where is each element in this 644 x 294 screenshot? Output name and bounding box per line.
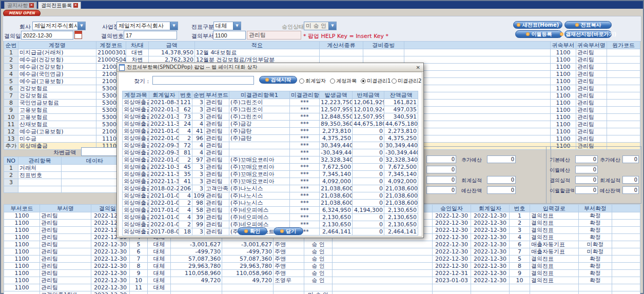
- grid-cell[interactable]: 2021-01-00: [149, 192, 179, 200]
- grid-cell[interactable]: 2022-12-30: [471, 256, 510, 263]
- grid-cell[interactable]: 2022-12-30: [91, 263, 130, 270]
- grid-cell[interactable]: 2022-12-30: [471, 263, 510, 270]
- grid-cell[interactable]: 161,821: [384, 99, 418, 106]
- grid-cell[interactable]: 30,349,440: [384, 142, 418, 149]
- grid-cell[interactable]: 110,058,960: [171, 270, 222, 277]
- grid-cell[interactable]: 관리팀: [205, 178, 229, 185]
- grid-cell[interactable]: 관리팀: [576, 64, 607, 71]
- grid-cell[interactable]: [612, 284, 640, 291]
- tab-notice[interactable]: 공지사항 ✕: [4, 2, 37, 9]
- grid-cell[interactable]: [333, 284, 433, 291]
- grid-cell[interactable]: 관리팀: [205, 192, 229, 200]
- grid-cell[interactable]: 32,328,340: [384, 156, 418, 164]
- grid-cell[interactable]: 결의전표: [530, 220, 579, 227]
- grid-cell[interactable]: 예수금(고용보험): [18, 78, 96, 85]
- grid-cell[interactable]: 2022-12-31: [433, 270, 471, 277]
- grid-cell[interactable]: 대체: [148, 248, 171, 256]
- radio-icon[interactable]: [330, 79, 335, 84]
- grid-cell[interactable]: 외상매출금: [123, 121, 149, 128]
- grid-cell[interactable]: 4: [510, 234, 530, 241]
- grid-cell[interactable]: 2022-12-30: [433, 227, 471, 234]
- grid-cell[interactable]: 관리팀: [576, 85, 607, 92]
- grid-cell[interactable]: [18, 179, 62, 186]
- grid-cell[interactable]: [304, 284, 333, 291]
- grid-cell[interactable]: -3,001,627: [222, 241, 274, 248]
- grid-cell[interactable]: [607, 64, 640, 71]
- grid-cell[interactable]: 미확정: [579, 248, 612, 256]
- grid-cell[interactable]: 2022-10-31: [149, 164, 179, 171]
- grid-cell[interactable]: 5: [4, 78, 18, 85]
- grid-cell[interactable]: 외상매출금: [123, 99, 149, 106]
- grid-cell[interactable]: 4: [192, 142, 205, 149]
- grid-cell[interactable]: 1100: [551, 64, 576, 71]
- grid-cell[interactable]: 주앤: [274, 263, 304, 270]
- grid-cell[interactable]: 24: [179, 121, 192, 128]
- grid-cell[interactable]: 2022-09-30: [149, 142, 179, 149]
- grid-cell[interactable]: 관리팀: [40, 256, 91, 263]
- grid-cell[interactable]: 2022-01-00: [149, 200, 179, 207]
- grid-cell[interactable]: (주)금탄: [229, 128, 290, 135]
- grid-cell[interactable]: 72: [179, 142, 192, 149]
- grid-cell[interactable]: 결의전표: [530, 263, 579, 270]
- grid-cell[interactable]: 관리팀: [205, 121, 229, 128]
- grid-cell[interactable]: [433, 291, 471, 294]
- grid-cell[interactable]: [404, 78, 551, 85]
- grid-cell[interactable]: 6: [130, 248, 148, 256]
- grid-cell[interactable]: 2022-12-30: [471, 248, 510, 256]
- grid-cell[interactable]: 주앤: [274, 248, 304, 256]
- chevron-down-icon[interactable]: ▼: [77, 22, 85, 30]
- grid-cell[interactable]: ***: [290, 106, 320, 113]
- grid-cell[interactable]: 2022-12-30: [471, 220, 510, 227]
- grid-cell[interactable]: 45: [179, 164, 192, 171]
- grid-cell[interactable]: 관리팀: [205, 142, 229, 149]
- grid-cell[interactable]: 3: [4, 64, 18, 71]
- grid-cell[interactable]: 0: [353, 200, 384, 207]
- grid-cell[interactable]: [612, 220, 640, 227]
- grid-cell[interactable]: [510, 291, 530, 294]
- grid-cell[interactable]: 21000301: [96, 49, 126, 56]
- grid-cell[interactable]: 7: [4, 92, 18, 100]
- grid-cell[interactable]: 외상매출금: [123, 113, 149, 121]
- grid-cell[interactable]: 대변: [126, 49, 149, 56]
- grid-cell[interactable]: 확정: [579, 234, 612, 241]
- grid-cell[interactable]: 0: [353, 149, 384, 156]
- grid-cell[interactable]: 2022-12-30: [433, 248, 471, 256]
- grid-cell[interactable]: 1100: [4, 227, 40, 234]
- grid-cell[interactable]: [333, 263, 433, 270]
- grid-cell[interactable]: 12: [4, 128, 18, 135]
- grid-cell[interactable]: 1100: [551, 114, 576, 121]
- grid-cell[interactable]: 14,378,950: [149, 49, 195, 56]
- grid-cell[interactable]: 매출자동기표: [530, 241, 579, 248]
- grid-cell[interactable]: 4: [179, 192, 192, 200]
- grid-cell[interactable]: 4,375,250: [320, 135, 353, 142]
- grid-cell[interactable]: 29,963,780: [171, 263, 222, 270]
- grid-cell[interactable]: (주)꼬매요코리아: [229, 178, 290, 185]
- grid-cell[interactable]: ***: [290, 178, 320, 185]
- grid-cell[interactable]: [404, 107, 551, 114]
- grid-cell[interactable]: 승 인: [304, 277, 333, 284]
- grid-cell[interactable]: 대체: [148, 270, 171, 277]
- grid-cell[interactable]: 관리팀: [40, 248, 91, 256]
- grid-cell[interactable]: 1100: [551, 135, 576, 143]
- grid-cell[interactable]: 관리팀: [576, 100, 607, 107]
- grid-cell[interactable]: ***: [290, 192, 320, 200]
- grid-cell[interactable]: 결의전표: [530, 227, 579, 234]
- grid-cell[interactable]: 12,848,550: [320, 113, 353, 121]
- grid-cell[interactable]: (주)그린조이: [229, 99, 290, 106]
- grid-cell[interactable]: [579, 284, 612, 291]
- grid-cell[interactable]: 3: [192, 99, 205, 106]
- grid-cell[interactable]: 89,350,360: [320, 121, 353, 128]
- grid-cell[interactable]: [363, 49, 404, 56]
- grid-cell[interactable]: 110,058,960: [222, 270, 274, 277]
- radio-open-mgmt2[interactable]: 미결관리2: [392, 77, 421, 85]
- grid-cell[interactable]: [333, 291, 433, 294]
- grid-cell[interactable]: 2022-12-30: [471, 270, 510, 277]
- grid-cell[interactable]: 고객만족1팀(J: [40, 291, 91, 294]
- grid-cell[interactable]: 관리팀: [576, 71, 607, 78]
- grid-cell[interactable]: 1100: [4, 270, 40, 277]
- grid-cell[interactable]: 81: [179, 149, 192, 156]
- grid-cell[interactable]: [612, 291, 640, 294]
- grid-cell[interactable]: 0: [353, 192, 384, 200]
- grid-cell[interactable]: 109: [192, 192, 205, 200]
- grid-cell[interactable]: (주)네오피에스: [229, 207, 290, 214]
